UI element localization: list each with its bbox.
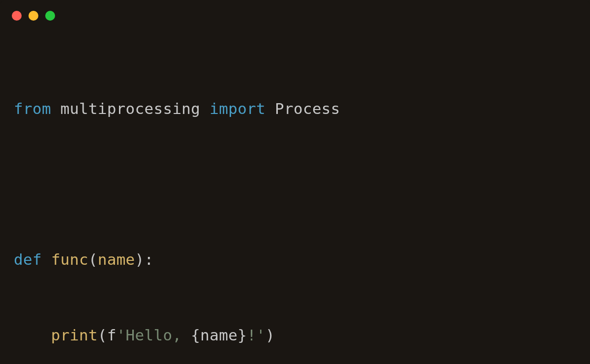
code-line: print(f'Hello, {name}!'): [14, 323, 576, 348]
code-line: from multiprocessing import Process: [14, 96, 576, 121]
interp-var: name: [200, 326, 237, 344]
minimize-icon[interactable]: [29, 11, 38, 21]
paren-close: ):: [135, 251, 154, 268]
indent: [14, 326, 51, 344]
string-literal: !': [247, 326, 266, 344]
keyword-def: def: [14, 251, 42, 268]
blank-line: [14, 172, 576, 197]
string-literal: 'Hello,: [117, 326, 191, 344]
builtin-print: print: [51, 326, 98, 344]
module-name: multiprocessing: [60, 100, 200, 117]
paren-open: (: [98, 326, 107, 344]
paren-open: (: [88, 251, 98, 268]
brace-open: {: [191, 326, 200, 344]
fstring-prefix: f: [107, 326, 117, 344]
code-editor: from multiprocessing import Process def …: [0, 31, 590, 364]
maximize-icon[interactable]: [45, 11, 55, 21]
code-window: from multiprocessing import Process def …: [0, 0, 590, 364]
close-icon[interactable]: [12, 11, 22, 21]
keyword-import: import: [209, 100, 266, 117]
paren-close: ): [266, 326, 275, 344]
function-name: func: [51, 251, 88, 268]
window-titlebar: [0, 0, 590, 31]
code-line: def func(name):: [14, 247, 576, 272]
keyword-from: from: [14, 100, 51, 117]
parameter: name: [98, 251, 135, 268]
import-name: Process: [275, 100, 340, 117]
brace-close: }: [237, 326, 247, 344]
